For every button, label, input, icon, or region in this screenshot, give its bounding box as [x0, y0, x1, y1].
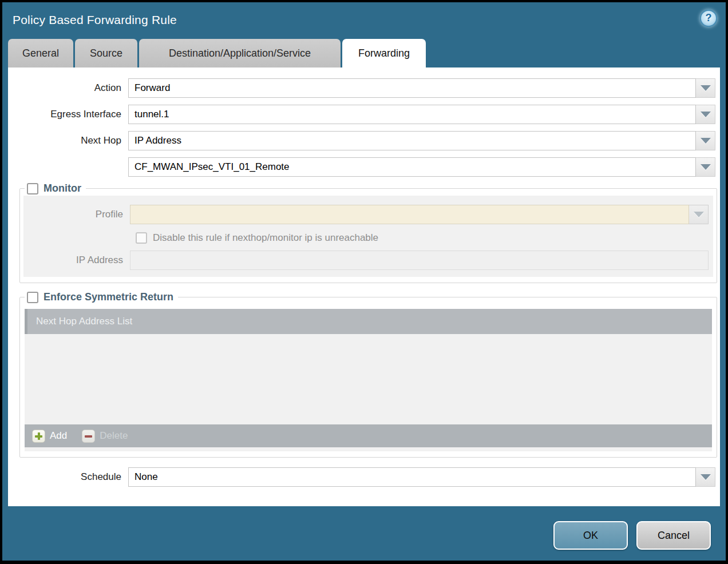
- table-bottom-strip: [25, 447, 712, 451]
- tab-forwarding[interactable]: Forwarding: [342, 39, 426, 67]
- delete-button-label: Delete: [100, 430, 128, 442]
- next-hop-address-table: Next Hop Address List Add Delete: [25, 309, 712, 451]
- monitor-ip-address-label: IP Address: [23, 255, 130, 266]
- action-row: Action Forward: [8, 78, 715, 98]
- egress-interface-label: Egress Interface: [8, 109, 128, 120]
- chevron-down-icon: [701, 112, 711, 117]
- schedule-label: Schedule: [8, 471, 128, 483]
- schedule-value[interactable]: None: [128, 467, 696, 487]
- egress-interface-row: Egress Interface tunnel.1: [8, 105, 715, 124]
- egress-interface-dropdown-button[interactable]: [696, 105, 715, 124]
- next-hop-label: Next Hop: [8, 135, 128, 146]
- help-icon[interactable]: [700, 10, 717, 27]
- ok-button[interactable]: OK: [553, 521, 628, 550]
- chevron-down-icon: [701, 138, 711, 144]
- tab-general[interactable]: General: [8, 39, 73, 67]
- next-hop-address-list-header: Next Hop Address List: [25, 309, 712, 334]
- monitor-legend: Monitor: [25, 182, 86, 194]
- next-hop-address-value[interactable]: CF_MWAN_IPsec_VTI_01_Remote: [128, 157, 696, 177]
- enforce-symmetric-return-checkbox[interactable]: [27, 292, 38, 303]
- disable-rule-label: Disable this rule if nexthop/monitor ip …: [153, 232, 378, 244]
- dialog-footer: OK Cancel: [553, 521, 711, 550]
- chevron-down-icon: [701, 85, 711, 91]
- disable-rule-checkbox: [136, 232, 147, 244]
- tab-source[interactable]: Source: [75, 39, 137, 67]
- action-dropdown: Forward: [128, 78, 715, 98]
- profile-value: [130, 205, 689, 224]
- action-dropdown-button[interactable]: [696, 78, 715, 98]
- add-button[interactable]: Add: [32, 430, 67, 443]
- chevron-down-icon: [701, 474, 711, 480]
- monitor-checkbox[interactable]: [27, 183, 38, 194]
- schedule-row: Schedule None: [8, 467, 715, 487]
- monitor-body: Profile Disable this rule if nexthop/mon…: [23, 196, 713, 277]
- minus-icon: [82, 430, 95, 443]
- add-button-label: Add: [50, 430, 67, 442]
- disable-rule-row: Disable this rule if nexthop/monitor ip …: [136, 232, 709, 244]
- dialog-titlebar: Policy Based Forwarding Rule: [2, 2, 726, 37]
- next-hop-address-row: CF_MWAN_IPsec_VTI_01_Remote: [8, 157, 715, 177]
- monitor-legend-label: Monitor: [43, 182, 81, 194]
- next-hop-type-dropdown-button[interactable]: [696, 131, 715, 150]
- delete-button: Delete: [82, 430, 128, 443]
- next-hop-type-dropdown: IP Address: [128, 131, 715, 150]
- monitor-ip-address-input: [130, 251, 709, 270]
- monitor-ip-address-row: IP Address: [23, 251, 709, 270]
- policy-based-forwarding-dialog: Policy Based Forwarding Rule General Sou…: [2, 2, 726, 561]
- egress-interface-value[interactable]: tunnel.1: [128, 105, 696, 124]
- table-toolbar: Add Delete: [25, 424, 712, 447]
- forwarding-tab-panel: Action Forward Egress Interface tunnel.1…: [8, 67, 720, 506]
- schedule-dropdown: None: [128, 467, 715, 487]
- dialog-title: Policy Based Forwarding Rule: [13, 13, 177, 27]
- next-hop-address-dropdown-button[interactable]: [696, 157, 715, 177]
- next-hop-type-value[interactable]: IP Address: [128, 131, 696, 150]
- profile-dropdown: [130, 205, 709, 224]
- tab-bar: General Source Destination/Application/S…: [8, 39, 426, 67]
- profile-row: Profile: [23, 205, 709, 224]
- action-label: Action: [8, 82, 128, 94]
- cancel-button[interactable]: Cancel: [636, 521, 711, 550]
- symmetric-return-legend: Enforce Symmetric Return: [25, 291, 178, 303]
- egress-interface-dropdown: tunnel.1: [128, 105, 715, 124]
- action-value[interactable]: Forward: [128, 78, 696, 98]
- plus-icon: [32, 430, 45, 443]
- profile-dropdown-button: [689, 205, 709, 224]
- chevron-down-icon: [694, 212, 704, 217]
- next-hop-address-dropdown: CF_MWAN_IPsec_VTI_01_Remote: [128, 157, 715, 177]
- tab-destination-application-service[interactable]: Destination/Application/Service: [139, 39, 341, 67]
- symmetric-return-legend-label: Enforce Symmetric Return: [43, 291, 173, 303]
- schedule-dropdown-button[interactable]: [696, 467, 715, 487]
- chevron-down-icon: [701, 164, 711, 170]
- next-hop-address-list-body: [25, 334, 712, 424]
- monitor-fieldset: Monitor Profile Disable this rule if nex…: [19, 182, 717, 283]
- symmetric-return-fieldset: Enforce Symmetric Return Next Hop Addres…: [19, 291, 717, 458]
- profile-label: Profile: [23, 209, 130, 220]
- next-hop-row: Next Hop IP Address: [8, 131, 715, 150]
